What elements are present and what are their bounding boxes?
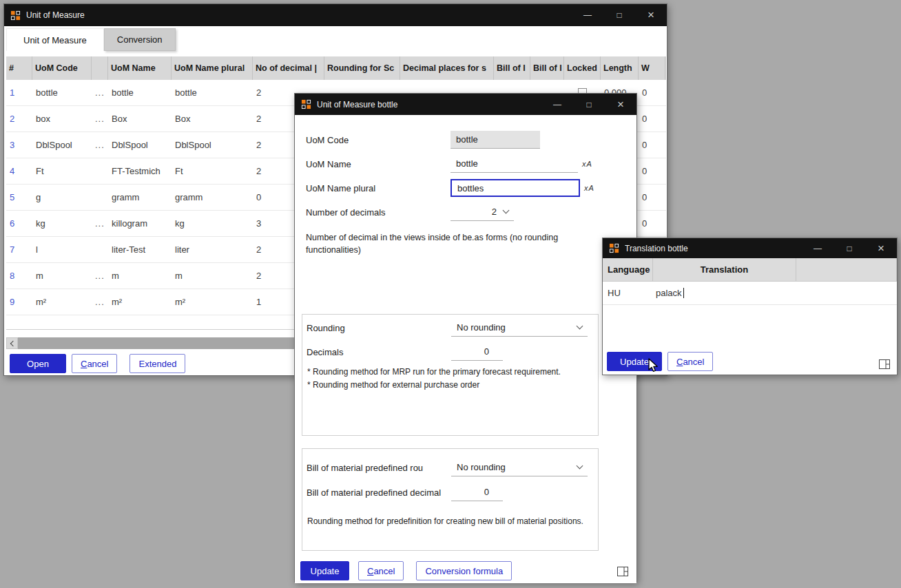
num-decimals-help: Number of decimal in the views inside of… <box>306 231 581 256</box>
row-number: 5 <box>6 192 32 202</box>
tab-unit-of-measure[interactable]: Unit of Measure <box>6 28 104 51</box>
translation-row[interactable]: HU palack <box>603 282 897 305</box>
rounding-note-2: * Rounding method for external purchase … <box>307 380 595 390</box>
rounding-select[interactable]: No rounding <box>451 319 588 337</box>
uom-name-cell: gramm <box>108 192 172 202</box>
column-header[interactable]: Length <box>601 56 639 80</box>
minimize-icon[interactable]: — <box>541 94 573 115</box>
uom-code-cell: box <box>32 114 92 124</box>
column-header[interactable]: UoM Code <box>32 56 92 80</box>
translation-dialog-title: Translation bottle <box>625 244 802 253</box>
ellipsis-button[interactable]: ... <box>92 218 108 229</box>
uom-code-label: UoM Code <box>306 135 450 145</box>
uom-dialog-title: Unit of Measure bottle <box>317 100 541 109</box>
column-header[interactable] <box>92 56 108 80</box>
empty-cell <box>796 282 897 304</box>
close-icon[interactable]: × <box>635 4 667 26</box>
uom-dialog-footer: Update Cancel Conversion formula <box>300 561 512 580</box>
uom-plural-cell: m <box>172 271 253 281</box>
translation-titlebar[interactable]: Translation bottle — □ × <box>603 238 897 258</box>
row-number: 1 <box>6 87 32 98</box>
row-number: 7 <box>6 244 32 255</box>
translation-column-header[interactable]: Translation <box>653 258 796 281</box>
column-header[interactable]: Bill of I <box>530 56 564 80</box>
cancel-button[interactable]: Cancel <box>667 352 713 371</box>
minimize-icon[interactable]: — <box>802 238 833 258</box>
ellipsis-button[interactable]: ... <box>92 114 108 124</box>
uom-code-cell: Ft <box>32 166 92 176</box>
minimize-icon[interactable]: — <box>572 4 603 26</box>
translate-icon[interactable]: xA <box>582 160 592 168</box>
rounding-group: Rounding No rounding Decimals * Rounding… <box>302 314 599 436</box>
window-controls: — □ × <box>541 94 636 115</box>
cancel-button[interactable]: Cancel <box>358 561 404 580</box>
maximize-icon[interactable]: □ <box>603 4 635 26</box>
extended-button[interactable]: Extended <box>130 354 185 373</box>
translation-value: palack <box>656 288 682 298</box>
maximize-icon[interactable]: □ <box>573 94 605 115</box>
uom-plural-cell: m² <box>172 297 253 307</box>
update-button[interactable]: Update <box>607 352 662 371</box>
main-titlebar[interactable]: Unit of Measure — □ × <box>4 4 667 26</box>
translation-cell[interactable]: palack <box>653 282 796 304</box>
column-header[interactable]: Bill of I <box>494 56 530 80</box>
w-cell: 0 <box>639 192 665 202</box>
uom-plural-cell: gramm <box>172 192 253 202</box>
uom-dialog-titlebar[interactable]: Unit of Measure bottle — □ × <box>295 94 636 115</box>
column-header[interactable]: Locked <box>564 56 601 80</box>
bom-rounding-select[interactable]: No rounding <box>451 459 588 476</box>
decimals-row: Decimals <box>307 343 594 361</box>
open-button[interactable]: Open <box>10 354 66 373</box>
scrollbar-thumb[interactable] <box>18 337 296 349</box>
column-header[interactable]: No of decimal | <box>253 56 324 80</box>
maximize-icon[interactable]: □ <box>833 238 865 258</box>
uom-plural-input[interactable] <box>450 179 580 197</box>
column-header[interactable]: UoM Name plural <box>172 56 253 80</box>
ellipsis-button[interactable]: ... <box>92 87 108 98</box>
main-footer: Open Cancel Extended <box>10 354 185 373</box>
window-layout-icon[interactable] <box>617 567 628 576</box>
window-layout-icon[interactable] <box>879 359 890 369</box>
row-number: 6 <box>6 218 32 229</box>
uom-name-cell: Box <box>108 114 172 124</box>
num-decimals-select[interactable]: 2 <box>450 203 514 221</box>
tab-conversion[interactable]: Conversion <box>104 28 176 51</box>
row-number: 9 <box>6 297 32 307</box>
chevron-down-icon <box>503 207 510 214</box>
uom-code-cell: bottle <box>32 87 92 98</box>
num-decimals-value: 2 <box>492 207 497 217</box>
close-icon[interactable]: × <box>865 238 897 258</box>
uom-code-cell: g <box>32 192 92 202</box>
uom-plural-row: UoM Name plural xA <box>306 179 625 197</box>
translate-icon[interactable]: xA <box>584 184 594 192</box>
uom-name-cell: m² <box>108 297 172 307</box>
column-header[interactable]: UoM Name <box>108 56 172 80</box>
column-header[interactable]: W <box>639 56 665 80</box>
uom-name-cell: bottle <box>108 87 172 98</box>
cancel-button[interactable]: Cancel <box>72 354 117 373</box>
language-column-header[interactable]: Language <box>603 258 653 281</box>
uom-plural-label: UoM Name plural <box>306 183 450 193</box>
uom-dialog-body: UoM Code UoM Name xA UoM Name plural xA … <box>295 115 636 583</box>
scroll-left-arrow-icon[interactable] <box>6 337 18 349</box>
uom-name-input[interactable] <box>450 155 578 173</box>
ellipsis-button[interactable]: ... <box>92 297 108 307</box>
column-header[interactable]: # <box>6 56 32 80</box>
bom-note: Rounding method for predefinition for cr… <box>307 516 595 526</box>
update-button[interactable]: Update <box>300 561 349 580</box>
app-logo-icon <box>609 243 619 253</box>
ellipsis-button[interactable]: ... <box>92 271 108 281</box>
decimals-input[interactable] <box>451 343 503 361</box>
uom-dialog: Unit of Measure bottle — □ × UoM Code Uo… <box>294 93 637 582</box>
bom-decimals-input[interactable] <box>451 483 503 501</box>
ellipsis-button[interactable]: ... <box>92 140 108 150</box>
window-controls: — □ × <box>572 4 667 26</box>
conversion-formula-button[interactable]: Conversion formula <box>416 561 512 580</box>
row-number: 3 <box>6 140 32 150</box>
close-icon[interactable]: × <box>605 94 636 115</box>
w-cell: 0 <box>639 218 665 229</box>
column-header[interactable]: Rounding for Sc <box>324 56 400 80</box>
column-header[interactable]: Decimal places for s <box>400 56 494 80</box>
uom-code-cell: DblSpool <box>32 140 92 150</box>
bom-decimals-label: Bill of material predefined decimal <box>307 487 451 498</box>
